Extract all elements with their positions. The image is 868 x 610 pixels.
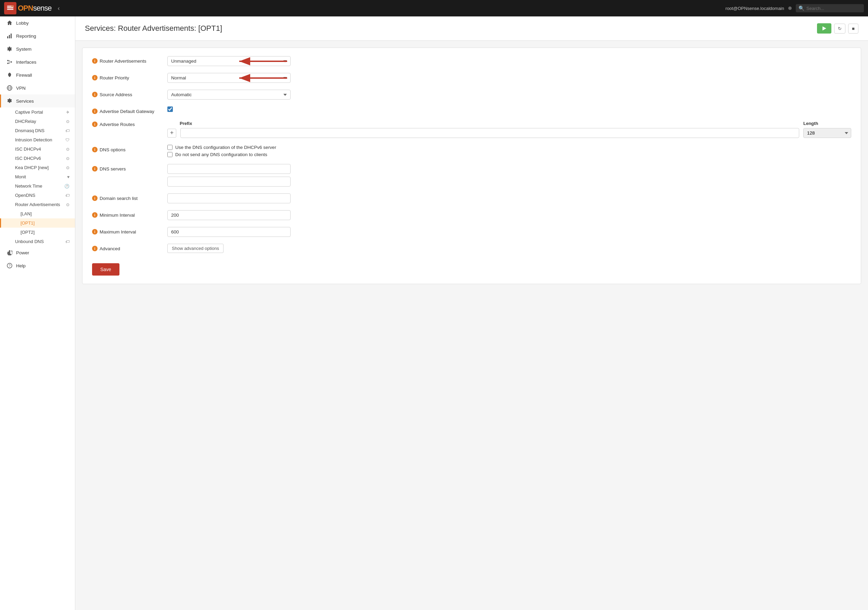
refresh-button[interactable]: ↻ — [834, 23, 845, 34]
sidebar-item-vpn-inner: VPN — [6, 85, 26, 91]
dns-opt1-label[interactable]: Use the DNS configuration of the DHCPv6 … — [167, 145, 851, 150]
source-address-row: i Source Address Automatic — [92, 90, 851, 99]
sidebar-sub-label-opt2: [OPT2] — [20, 230, 34, 235]
logo-text: OPNsense — [18, 4, 51, 12]
source-address-info-icon: i — [92, 92, 98, 97]
search-icon: 🔍 — [798, 5, 804, 11]
dns-options-row: i DNS options Use the DNS configuration … — [92, 145, 851, 157]
power-icon — [6, 250, 12, 256]
sidebar-sub-dnsmasq[interactable]: Dnsmasq DNS 🏷 — [0, 126, 75, 135]
sidebar-label-reporting: Reporting — [16, 34, 36, 39]
dns-opt2-checkbox[interactable] — [167, 152, 172, 157]
sidebar-item-vpn[interactable]: VPN — [0, 81, 75, 95]
sidebar-sub-monit[interactable]: Monit ♥ — [0, 172, 75, 182]
dns-opt2-label[interactable]: Do not send any DNS configuration to cli… — [167, 152, 851, 157]
router-priority-select[interactable]: Normal High Low — [167, 73, 291, 83]
content-header: Services: Router Advertisements: [OPT1] … — [75, 16, 868, 41]
dns-opt1-checkbox[interactable] — [167, 145, 172, 150]
router-ads-select[interactable]: Unmanaged Router Only Stateless DHCP Man… — [167, 56, 291, 66]
sidebar-label-lobby: Lobby — [16, 20, 29, 26]
route-length-select[interactable]: 128 64 48 32 — [803, 128, 851, 138]
sidebar-sub-dhcrelay[interactable]: DHCRelay ⊙ — [0, 117, 75, 126]
dns-server-2-input[interactable] — [167, 177, 291, 186]
advertise-routes-label: i Advertise Routes — [92, 121, 161, 127]
sidebar-sub-network-time[interactable]: Network Time 🕐 — [0, 182, 75, 191]
gear-icon — [6, 98, 12, 104]
sidebar-label-help: Help — [16, 263, 26, 269]
vpn-icon — [6, 85, 12, 91]
sidebar-sub-label-opt1: [OPT1] — [20, 220, 34, 226]
play-button[interactable] — [817, 23, 831, 34]
domain-search-info-icon: i — [92, 196, 98, 201]
search-box: 🔍 — [796, 4, 864, 12]
min-interval-input[interactable] — [167, 210, 291, 220]
sidebar-sub-opt1[interactable]: [OPT1] — [0, 218, 75, 228]
min-interval-row: i Minimum Interval — [92, 210, 851, 220]
router-ads-info-icon: i — [92, 58, 98, 64]
sidebar-sub-intrusion[interactable]: Intrusion Detection 🛡 — [0, 135, 75, 144]
main-content: Services: Router Advertisements: [OPT1] … — [75, 16, 868, 610]
source-address-label: i Source Address — [92, 90, 161, 97]
dns-server-1-input[interactable] — [167, 164, 291, 174]
sidebar-sub-opt2[interactable]: [OPT2] — [0, 228, 75, 237]
max-interval-label: i Maximum Interval — [92, 227, 161, 234]
max-interval-input[interactable] — [167, 227, 291, 237]
sidebar-sub-isc-dhcpv6[interactable]: ISC DHCPv6 ⊙ — [0, 154, 75, 163]
clock-icon: 🕐 — [64, 184, 70, 189]
add-route-button[interactable]: + — [167, 129, 176, 138]
advanced-info-icon: i — [92, 246, 98, 251]
sidebar-item-help[interactable]: ? Help — [0, 259, 75, 272]
sidebar-sub-label-opendns: OpenDNS — [15, 193, 35, 198]
advertise-gateway-info-icon: i — [92, 109, 98, 114]
sidebar-sub-lan[interactable]: [LAN] — [0, 209, 75, 218]
sidebar-item-power[interactable]: Power — [0, 246, 75, 259]
search-input[interactable] — [806, 6, 861, 11]
stop-button[interactable]: ■ — [848, 23, 859, 34]
min-interval-info-icon: i — [92, 212, 98, 218]
advertise-gateway-row: i Advertise Default Gateway — [92, 107, 851, 114]
sidebar-sub-label-isc-dhcpv4: ISC DHCPv4 — [15, 146, 41, 152]
router-priority-label: i Router Priority — [92, 73, 161, 81]
sidebar-item-services[interactable]: Services — [0, 95, 75, 107]
sidebar-sub-router-ads[interactable]: Router Advertisements ⊙ — [0, 200, 75, 209]
advanced-control: Show advanced options — [167, 244, 851, 253]
routes-col-prefix: Prefix — [180, 121, 797, 126]
source-address-select[interactable]: Automatic — [167, 90, 291, 99]
dns-servers-row: i DNS servers — [92, 164, 851, 186]
sidebar-item-system[interactable]: System — [0, 42, 75, 56]
route-prefix-input[interactable] — [180, 128, 799, 138]
sidebar-item-reporting[interactable]: Reporting — [0, 29, 75, 42]
sidebar-sub-label-captive-portal: Captive Portal — [15, 110, 43, 115]
settings-icon — [6, 46, 12, 52]
logo: OPNsense — [4, 2, 51, 14]
collapse-sidebar-button[interactable]: ‹ — [55, 3, 62, 13]
domain-search-input[interactable] — [167, 193, 291, 203]
sidebar-item-firewall[interactable]: Firewall — [0, 68, 75, 81]
advertise-gateway-checkbox[interactable] — [167, 107, 173, 112]
sidebar-sub-unbound[interactable]: Unbound DNS 🏷 — [0, 237, 75, 246]
sidebar-item-interfaces[interactable]: Interfaces — [0, 56, 75, 68]
layout: Lobby Reporting System — [0, 16, 868, 610]
sidebar-sub-isc-dhcpv4[interactable]: ISC DHCPv4 ⊙ — [0, 144, 75, 154]
svg-rect-2 — [7, 9, 13, 10]
sidebar-sub-captive-portal[interactable]: Captive Portal ✈ — [0, 107, 75, 117]
sidebar-label-power: Power — [16, 250, 29, 255]
advanced-row: i Advanced Show advanced options — [92, 244, 851, 253]
sidebar-item-reporting-inner: Reporting — [6, 33, 36, 39]
sidebar-sub-label-lan: [LAN] — [20, 211, 32, 216]
logo-icon — [4, 2, 16, 14]
topbar-right: root@OPNsense.localdomain 🔍 — [725, 4, 864, 12]
save-button[interactable]: Save — [92, 263, 119, 276]
svg-rect-5 — [9, 35, 10, 38]
page-title: Services: Router Advertisements: [OPT1] — [85, 24, 222, 33]
dns-options-info-icon: i — [92, 147, 98, 152]
advertise-routes-row: i Advertise Routes Prefix Length + 128 6… — [92, 121, 851, 138]
sidebar-item-lobby[interactable]: Lobby — [0, 16, 75, 29]
unbound-tag-icon: 🏷 — [65, 239, 70, 244]
isc-v4-icon: ⊙ — [66, 147, 70, 152]
sidebar-sub-opendns[interactable]: OpenDNS 🏷 — [0, 191, 75, 200]
domain-search-control — [167, 193, 851, 203]
advanced-button[interactable]: Show advanced options — [167, 244, 223, 253]
sidebar-sub-kea-dhcp[interactable]: Kea DHCP [new] ⊙ — [0, 163, 75, 172]
min-interval-label: i Minimum Interval — [92, 210, 161, 218]
